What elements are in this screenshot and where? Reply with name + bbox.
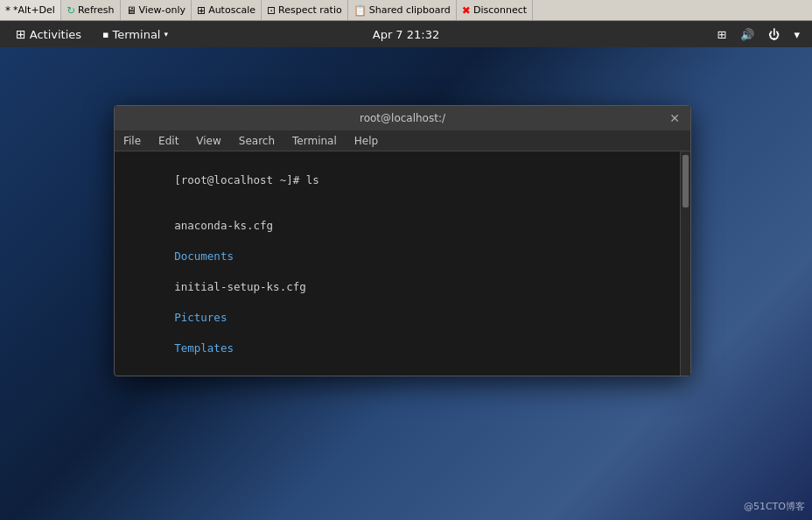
terminal-menu-label: Terminal bbox=[113, 28, 161, 41]
terminal-line-2: anaconda-ks.cfg Documents initial-setup-… bbox=[122, 203, 673, 372]
gnome-bar-datetime: Apr 7 21:32 bbox=[373, 28, 440, 41]
toolbar-view-only[interactable]: 🖥 View-only bbox=[121, 0, 192, 20]
terminal-title: root@localhost:/ bbox=[137, 112, 668, 124]
terminal-dropdown-icon: ▾ bbox=[164, 30, 168, 39]
shared-clipboard-icon: 📋 bbox=[354, 4, 367, 17]
file-templates: Templates bbox=[174, 341, 234, 355]
view-only-icon: 🖥 bbox=[126, 4, 136, 17]
volume-icon[interactable]: 🔊 bbox=[737, 28, 758, 41]
file-documents: Documents bbox=[174, 249, 234, 263]
activities-label: Activities bbox=[30, 28, 81, 41]
respect-ratio-icon: ⊡ bbox=[267, 4, 276, 17]
disconnect-icon: ✖ bbox=[462, 4, 471, 17]
terminal-menu-help[interactable]: Help bbox=[346, 130, 387, 151]
terminal-menu-file[interactable]: File bbox=[115, 130, 150, 151]
toolbar-respect-ratio[interactable]: ⊡ Respect ratio bbox=[262, 0, 348, 20]
terminal-scrollbar-thumb bbox=[682, 155, 689, 207]
gnome-grid-icon: ⊞ bbox=[16, 27, 26, 41]
prompt-1: [root@localhost ~]# ls bbox=[174, 173, 319, 186]
alt-del-label: *Alt+Del bbox=[13, 4, 55, 16]
watermark-text: @51CTO博客 bbox=[744, 501, 805, 512]
activities-button[interactable]: ⊞ Activities bbox=[9, 21, 88, 47]
terminal-close-button[interactable]: ✕ bbox=[668, 111, 682, 125]
terminal-menu-terminal[interactable]: Terminal bbox=[284, 130, 346, 151]
file-initial-setup: initial-setup-ks.cfg bbox=[174, 280, 306, 293]
autoscale-label: Autoscale bbox=[208, 4, 256, 16]
terminal-titlebar: root@localhost:/ ✕ bbox=[115, 106, 690, 130]
power-icon[interactable]: ⏻ bbox=[765, 28, 783, 41]
autoscale-icon: ⊞ bbox=[197, 4, 206, 17]
arrow-down-icon[interactable]: ▾ bbox=[790, 28, 803, 41]
respect-ratio-label: Respect ratio bbox=[278, 4, 342, 16]
terminal-window-icon: ▪ bbox=[102, 29, 108, 40]
terminal-text-area[interactable]: [root@localhost ~]# ls anaconda-ks.cfg D… bbox=[115, 151, 680, 376]
terminal-content: [root@localhost ~]# ls anaconda-ks.cfg D… bbox=[115, 151, 690, 376]
alt-del-icon: * bbox=[5, 4, 10, 17]
gnome-bar-left: ⊞ Activities ▪ Terminal ▾ bbox=[0, 21, 175, 47]
terminal-menu-view[interactable]: View bbox=[187, 130, 229, 151]
toolbar-disconnect[interactable]: ✖ Disconnect bbox=[457, 0, 533, 20]
terminal-menu-button[interactable]: ▪ Terminal ▾ bbox=[95, 21, 175, 47]
file-pictures: Pictures bbox=[174, 311, 227, 324]
terminal-menu-edit[interactable]: Edit bbox=[150, 130, 187, 151]
toolbar-autoscale[interactable]: ⊞ Autoscale bbox=[192, 0, 262, 20]
toolbar: * *Alt+Del ↻ Refresh 🖥 View-only ⊞ Autos… bbox=[0, 0, 812, 21]
gnome-bar-right: ⊞ 🔊 ⏻ ▾ bbox=[714, 28, 812, 41]
refresh-label: Refresh bbox=[78, 4, 115, 16]
disconnect-label: Disconnect bbox=[473, 4, 527, 16]
gnome-bar: ⊞ Activities ▪ Terminal ▾ Apr 7 21:32 ⊞ … bbox=[0, 21, 812, 47]
terminal-line-1: [root@localhost ~]# ls bbox=[122, 157, 673, 203]
terminal-window: root@localhost:/ ✕ File Edit View Search… bbox=[114, 105, 691, 376]
toolbar-alt-del[interactable]: * *Alt+Del bbox=[0, 0, 61, 20]
terminal-menu-search[interactable]: Search bbox=[230, 130, 284, 151]
view-only-label: View-only bbox=[139, 4, 186, 16]
shared-clipboard-label: Shared clipboard bbox=[369, 4, 451, 16]
terminal-menubar: File Edit View Search Terminal Help bbox=[115, 130, 690, 151]
terminal-line-3: Desktop Downloads Music Public Videos bbox=[122, 371, 673, 376]
toolbar-shared-clipboard[interactable]: 📋 Shared clipboard bbox=[348, 0, 457, 20]
refresh-icon: ↻ bbox=[66, 4, 75, 17]
datetime-text: Apr 7 21:32 bbox=[373, 28, 440, 41]
file-anaconda: anaconda-ks.cfg bbox=[174, 219, 273, 232]
network-icon[interactable]: ⊞ bbox=[714, 28, 731, 41]
terminal-scrollbar[interactable] bbox=[680, 151, 690, 376]
toolbar-refresh[interactable]: ↻ Refresh bbox=[61, 0, 121, 20]
watermark: @51CTO博客 bbox=[744, 500, 805, 513]
